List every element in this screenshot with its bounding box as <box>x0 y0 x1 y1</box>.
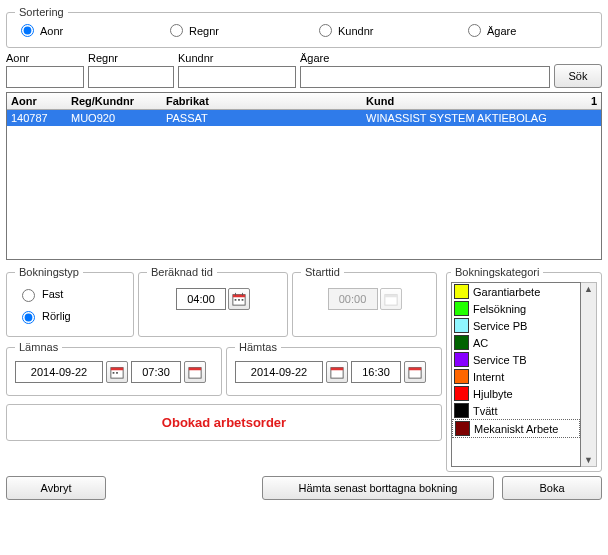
bokningstyp-rorlig-label: Rörlig <box>42 310 71 322</box>
lamnas-date-calendar-button[interactable] <box>106 361 128 383</box>
scroll-down-icon[interactable]: ▼ <box>584 455 593 465</box>
kategori-item[interactable]: Garantiarbete <box>452 283 580 300</box>
bokningstyp-fast-radio[interactable] <box>22 289 35 302</box>
sort-regnr-radio[interactable] <box>170 24 183 37</box>
hamtas-date-calendar-button[interactable] <box>326 361 348 383</box>
search-regnr-input[interactable] <box>88 66 174 88</box>
results-grid[interactable]: Aonr Reg/Kundnr Fabrikat Kund 1 140787 M… <box>6 92 602 260</box>
bokningstyp-legend: Bokningstyp <box>15 266 83 278</box>
status-text: Obokad arbetsorder <box>162 415 286 430</box>
lamnas-time-input[interactable] <box>131 361 181 383</box>
calendar-icon <box>384 292 398 306</box>
bokningstyp-rorlig[interactable]: Rörlig <box>17 308 123 324</box>
svg-rect-18 <box>409 368 421 371</box>
sort-aonr-radio[interactable] <box>21 24 34 37</box>
search-agare-input[interactable] <box>300 66 550 88</box>
svg-rect-1 <box>233 295 245 298</box>
kategori-swatch <box>454 301 469 316</box>
kategori-label: Tvätt <box>473 405 497 417</box>
search-kundnr-input[interactable] <box>178 66 296 88</box>
svg-rect-14 <box>189 368 201 371</box>
search-aonr-label: Aonr <box>6 52 84 64</box>
lamnas-time-calendar-button[interactable] <box>184 361 206 383</box>
kategori-group: Bokningskategori GarantiarbeteFelsökning… <box>446 266 602 472</box>
sort-agare[interactable]: Ägare <box>468 24 587 37</box>
kategori-item[interactable]: Felsökning <box>452 300 580 317</box>
kategori-swatch <box>454 318 469 333</box>
kategori-label: Service PB <box>473 320 527 332</box>
table-row[interactable]: 140787 MUO920 PASSAT WINASSIST SYSTEM AK… <box>7 110 601 126</box>
kategori-item[interactable]: Service TB <box>452 351 580 368</box>
hamta-button[interactable]: Hämta senast borttagna bokning <box>262 476 494 500</box>
hamtas-date-input[interactable] <box>235 361 323 383</box>
sort-regnr[interactable]: Regnr <box>170 24 289 37</box>
beraknad-group: Beräknad tid <box>138 266 288 337</box>
grid-header: Aonr Reg/Kundnr Fabrikat Kund 1 <box>7 93 601 110</box>
kategori-legend: Bokningskategori <box>451 266 543 278</box>
hamtas-time-input[interactable] <box>351 361 401 383</box>
sort-kundnr-radio[interactable] <box>319 24 332 37</box>
lamnas-date-input[interactable] <box>15 361 103 383</box>
sort-agare-radio[interactable] <box>468 24 481 37</box>
svg-rect-11 <box>113 372 115 374</box>
grid-header-fabrikat[interactable]: Fabrikat <box>162 93 362 109</box>
bokningstyp-fast[interactable]: Fast <box>17 286 123 302</box>
scroll-up-icon[interactable]: ▲ <box>584 284 593 294</box>
sortering-legend: Sortering <box>15 6 68 18</box>
search-aonr-input[interactable] <box>6 66 84 88</box>
kategori-swatch <box>454 352 469 367</box>
kategori-item[interactable]: Service PB <box>452 317 580 334</box>
kategori-item[interactable]: Internt <box>452 368 580 385</box>
cell-reg: MUO920 <box>67 110 162 126</box>
kategori-item[interactable]: Tvätt <box>452 402 580 419</box>
calendar-icon <box>408 365 422 379</box>
hamtas-time-calendar-button[interactable] <box>404 361 426 383</box>
search-row: Aonr Regnr Kundnr Ägare Sök <box>6 52 602 88</box>
kategori-item[interactable]: AC <box>452 334 580 351</box>
sort-kundnr[interactable]: Kundnr <box>319 24 438 37</box>
cell-aonr: 140787 <box>7 110 67 126</box>
kategori-label: Service TB <box>473 354 527 366</box>
grid-header-aonr[interactable]: Aonr <box>7 93 67 109</box>
cell-kund: WINASSIST SYSTEM AKTIEBOLAG <box>362 110 585 126</box>
beraknad-calendar-button[interactable] <box>228 288 250 310</box>
search-agare-label: Ägare <box>300 52 550 64</box>
kategori-label: Mekaniskt Arbete <box>474 423 558 435</box>
search-button[interactable]: Sök <box>554 64 602 88</box>
svg-rect-12 <box>116 372 118 374</box>
grid-header-kund[interactable]: Kund <box>362 93 585 109</box>
calendar-icon <box>110 365 124 379</box>
lamnas-legend: Lämnas <box>15 341 62 353</box>
kategori-label: Hjulbyte <box>473 388 513 400</box>
hamtas-group: Hämtas <box>226 341 442 396</box>
beraknad-input[interactable] <box>176 288 226 310</box>
kategori-list[interactable]: GarantiarbeteFelsökningService PBACServi… <box>451 282 581 467</box>
cell-fabrikat: PASSAT <box>162 110 362 126</box>
kategori-item[interactable]: Hjulbyte <box>452 385 580 402</box>
boka-button[interactable]: Boka <box>502 476 602 500</box>
grid-header-reg[interactable]: Reg/Kundnr <box>67 93 162 109</box>
sort-aonr-label: Aonr <box>40 25 63 37</box>
status-bar: Obokad arbetsorder <box>6 404 442 441</box>
kategori-item[interactable]: Mekaniskt Arbete <box>452 419 580 438</box>
kategori-label: AC <box>473 337 488 349</box>
kategori-scrollbar[interactable]: ▲ ▼ <box>581 282 597 467</box>
calendar-icon <box>188 365 202 379</box>
starttid-group: Starttid <box>292 266 437 337</box>
svg-rect-4 <box>235 299 237 301</box>
search-kundnr-label: Kundnr <box>178 52 296 64</box>
lamnas-group: Lämnas <box>6 341 222 396</box>
kategori-swatch <box>455 421 470 436</box>
starttid-input <box>328 288 378 310</box>
svg-rect-8 <box>384 295 396 298</box>
sort-kundnr-label: Kundnr <box>338 25 373 37</box>
avbryt-button[interactable]: Avbryt <box>6 476 106 500</box>
bottom-buttons: Avbryt Hämta senast borttagna bokning Bo… <box>6 476 602 500</box>
hamtas-legend: Hämtas <box>235 341 281 353</box>
bokningstyp-group: Bokningstyp Fast Rörlig <box>6 266 134 337</box>
sort-regnr-label: Regnr <box>189 25 219 37</box>
sortering-group: Sortering Aonr Regnr Kundnr Ägare <box>6 6 602 48</box>
bokningstyp-rorlig-radio[interactable] <box>22 311 35 324</box>
sort-aonr[interactable]: Aonr <box>21 24 140 37</box>
kategori-swatch <box>454 284 469 299</box>
